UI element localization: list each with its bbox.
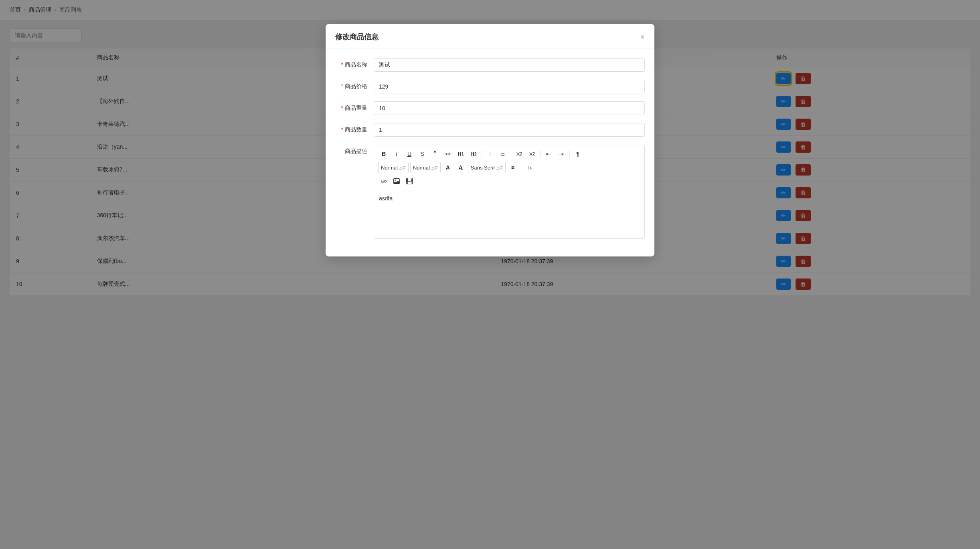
editor-toolbar: B I U S " <> H1 H2 ≡ ≣ X2 bbox=[374, 145, 644, 190]
rtl-button[interactable]: ¶ bbox=[572, 148, 583, 159]
font-family-label: Sans Serif bbox=[471, 165, 495, 171]
toolbar-divider-2 bbox=[511, 150, 511, 158]
h2-button[interactable]: H2 bbox=[468, 148, 479, 159]
font-family-select[interactable]: Sans Serif △▽ bbox=[468, 162, 506, 173]
italic-button[interactable]: I bbox=[391, 148, 402, 159]
modal-close-button[interactable]: × bbox=[640, 33, 645, 41]
video-button[interactable] bbox=[404, 176, 415, 187]
form-row-price: *商品价格 bbox=[335, 80, 645, 93]
form-row-qty: *商品数量 bbox=[335, 123, 645, 137]
toolbar-divider-5 bbox=[521, 163, 521, 172]
toolbar-divider-1 bbox=[482, 150, 482, 158]
font-size-label: Normal bbox=[381, 165, 398, 171]
clear-format-button[interactable]: Tx bbox=[524, 162, 535, 173]
link-button[interactable] bbox=[378, 176, 389, 187]
font-size2-label: Normal bbox=[413, 165, 430, 171]
toolbar-divider-3 bbox=[540, 150, 541, 158]
font-size2-arrow-icon: △▽ bbox=[431, 166, 438, 170]
editor-content[interactable]: asdfa bbox=[374, 190, 644, 238]
font-size-arrow-icon: △▽ bbox=[399, 166, 406, 170]
input-name[interactable] bbox=[374, 58, 645, 72]
input-price[interactable] bbox=[374, 80, 645, 93]
indent-decrease-button[interactable]: ⇤ bbox=[543, 148, 554, 159]
code-button[interactable]: <> bbox=[442, 148, 454, 159]
edit-modal: 修改商品信息 × *商品名称 *商品价格 *商品重量 bbox=[326, 24, 654, 256]
font-bg-button[interactable]: A ̲ bbox=[455, 162, 466, 173]
modal-body: *商品名称 *商品价格 *商品重量 *商品数量 bbox=[326, 48, 654, 256]
font-color-button[interactable]: A bbox=[442, 162, 454, 173]
subscript-button[interactable]: X2 bbox=[514, 148, 525, 159]
link-icon bbox=[381, 178, 387, 184]
input-weight[interactable] bbox=[374, 101, 645, 115]
label-weight: *商品重量 bbox=[335, 101, 367, 112]
align-button[interactable]: ≡ bbox=[507, 162, 518, 173]
rich-text-editor[interactable]: B I U S " <> H1 H2 ≡ ≣ X2 bbox=[374, 145, 645, 239]
form-row-weight: *商品重量 bbox=[335, 101, 645, 115]
toolbar-row-2: Normal △▽ Normal △▽ A A ̲ bbox=[378, 162, 640, 173]
modal-header: 修改商品信息 × bbox=[326, 24, 654, 48]
toolbar-row-3 bbox=[378, 176, 640, 187]
underline-button[interactable]: U bbox=[404, 148, 415, 159]
form-row-name: *商品名称 bbox=[335, 58, 645, 72]
label-qty: *商品数量 bbox=[335, 123, 367, 133]
superscript-button[interactable]: X2 bbox=[526, 148, 538, 159]
bold-button[interactable]: B bbox=[378, 148, 389, 159]
font-size2-select[interactable]: Normal △▽ bbox=[410, 162, 441, 173]
video-icon bbox=[406, 178, 413, 184]
modal-overlay: 修改商品信息 × *商品名称 *商品价格 *商品重量 bbox=[0, 0, 980, 549]
label-desc: 商品描述 bbox=[335, 145, 367, 155]
image-button[interactable] bbox=[391, 176, 402, 187]
label-price: *商品价格 bbox=[335, 80, 367, 90]
font-size-select[interactable]: Normal △▽ bbox=[378, 162, 409, 173]
blockquote-button[interactable]: " bbox=[429, 148, 441, 159]
font-family-arrow-icon: △▽ bbox=[496, 166, 503, 170]
h1-button[interactable]: H1 bbox=[455, 148, 466, 159]
unordered-list-button[interactable]: ≣ bbox=[497, 148, 508, 159]
input-qty[interactable] bbox=[374, 123, 645, 137]
form-row-desc: 商品描述 B I U S " <> H1 H2 bbox=[335, 145, 645, 239]
strikethrough-button[interactable]: S bbox=[417, 148, 428, 159]
toolbar-row-1: B I U S " <> H1 H2 ≡ ≣ X2 bbox=[378, 148, 640, 159]
indent-increase-button[interactable]: ⇥ bbox=[556, 148, 567, 159]
ordered-list-button[interactable]: ≡ bbox=[484, 148, 496, 159]
image-icon bbox=[393, 178, 400, 184]
modal-title: 修改商品信息 bbox=[335, 32, 379, 42]
label-name: *商品名称 bbox=[335, 58, 367, 69]
toolbar-divider-4 bbox=[569, 150, 570, 158]
